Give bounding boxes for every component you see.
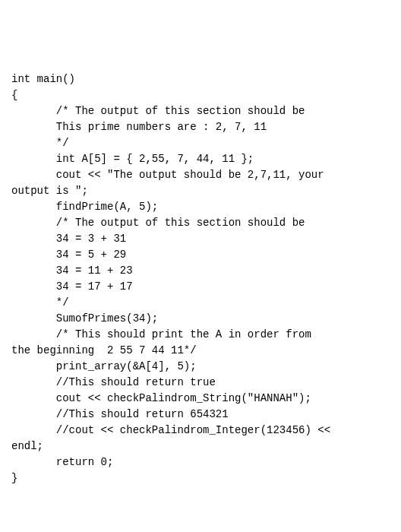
code-line: SumofPrimes(34); [11, 311, 390, 327]
code-line: endl; [11, 439, 390, 454]
code-line: */ [11, 295, 390, 311]
code-line: 34 = 17 + 17 [11, 279, 390, 295]
code-line: /* The output of this section should be [11, 103, 390, 119]
code-line: output is "; [11, 183, 390, 199]
code-line: return 0; [11, 454, 390, 470]
code-line: findPrime(A, 5); [11, 199, 390, 215]
code-line: int main() [11, 71, 390, 87]
code-line: //This should return 654321 [11, 407, 390, 423]
code-line: 34 = 11 + 23 [11, 263, 390, 279]
code-line: 34 = 5 + 29 [11, 247, 390, 263]
code-line: /* The output of this section should be [11, 215, 390, 231]
code-line: /* This should print the A in order from [11, 327, 390, 343]
code-line: } [11, 470, 390, 486]
code-block: int main(){ /* The output of this sectio… [11, 71, 390, 486]
code-line: cout << "The output should be 2,7,11, yo… [11, 167, 390, 183]
code-line: the beginning 2 55 7 44 11*/ [11, 343, 390, 359]
code-line: print_array(&A[4], 5); [11, 359, 390, 375]
code-line: { [11, 87, 390, 103]
code-line: 34 = 3 + 31 [11, 231, 390, 247]
code-line: This prime numbers are : 2, 7, 11 [11, 119, 390, 135]
code-line: //cout << checkPalindrom_Integer(123456)… [11, 423, 390, 439]
code-line: */ [11, 135, 390, 151]
code-line: //This should return true [11, 375, 390, 391]
code-line: cout << checkPalindrom_String("HANNAH"); [11, 391, 390, 407]
code-line: int A[5] = { 2,55, 7, 44, 11 }; [11, 151, 390, 167]
